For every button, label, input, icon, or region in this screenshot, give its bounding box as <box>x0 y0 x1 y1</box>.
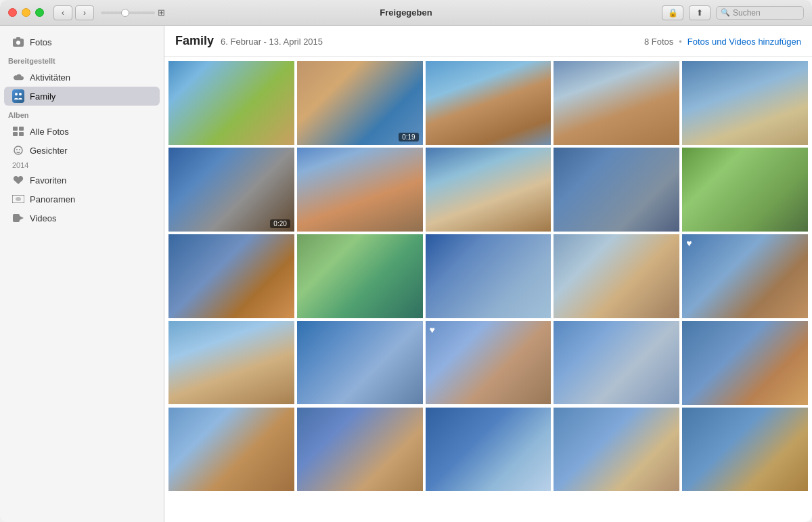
photo-cell-19[interactable] <box>554 321 679 405</box>
photo-cell-13[interactable] <box>426 234 551 318</box>
photo-image-10 <box>682 148 808 232</box>
svg-point-13 <box>16 197 21 201</box>
photo-image-18 <box>426 321 551 405</box>
panoramen-icon <box>12 193 24 205</box>
search-placeholder: Suchen <box>733 8 761 18</box>
photo-cell-2[interactable]: 0:19 <box>297 61 423 145</box>
title-bar: ‹ › ⊞ Freigegeben 🔒 ⬆ 🔍 Suchen <box>0 0 812 26</box>
photo-cell-18[interactable]: ♥ <box>426 321 551 405</box>
photo-cell-3[interactable] <box>426 61 551 145</box>
close-button[interactable] <box>8 8 17 17</box>
photo-image-3 <box>426 61 551 145</box>
search-icon: 🔍 <box>721 8 730 17</box>
photo-image-23 <box>426 408 551 492</box>
sidebar-label-alle-fotos: Alle Fotos <box>30 127 152 137</box>
sidebar-item-panoramen[interactable]: Panoramen <box>4 190 160 209</box>
album-title: Family <box>175 34 214 48</box>
search-bar[interactable]: 🔍 Suchen <box>716 6 804 20</box>
content-area: Family 6. Februar - 13. April 2015 8 Fot… <box>164 26 812 522</box>
svg-point-4 <box>19 93 22 95</box>
maximize-button[interactable] <box>35 8 44 17</box>
photo-cell-7[interactable] <box>297 148 423 232</box>
zoom-slider[interactable] <box>101 12 155 14</box>
share-icon-button[interactable]: 🔒 <box>662 5 683 20</box>
year-label: 2014 <box>12 161 28 169</box>
grid-icon: ⊞ <box>158 7 165 18</box>
photo-cell-1[interactable] <box>168 61 294 145</box>
photo-image-1 <box>168 61 294 145</box>
photo-count: 8 Fotos <box>644 37 673 47</box>
photo-cell-22[interactable] <box>297 408 423 492</box>
photo-image-21 <box>168 408 294 492</box>
forward-button[interactable]: › <box>75 5 94 20</box>
photo-cell-16[interactable] <box>168 321 294 405</box>
photo-image-14 <box>554 234 679 318</box>
photo-image-8 <box>426 148 551 232</box>
fotos-icon <box>12 36 24 48</box>
photo-cell-14[interactable] <box>554 234 679 318</box>
photo-image-22 <box>297 408 423 492</box>
svg-point-3 <box>15 93 18 95</box>
svg-rect-5 <box>13 127 18 131</box>
photo-image-13 <box>426 234 551 318</box>
photo-cell-6[interactable]: 0:20 <box>168 148 294 232</box>
sidebar-label-videos: Videos <box>30 213 152 223</box>
sidebar-item-family[interactable]: Family <box>4 87 160 106</box>
sidebar-item-gesichter[interactable]: Gesichter <box>4 141 160 160</box>
photo-image-9 <box>554 148 679 232</box>
back-button[interactable]: ‹ <box>53 5 72 20</box>
photo-cell-20[interactable] <box>682 321 808 405</box>
photo-cell-10[interactable] <box>682 148 808 232</box>
photo-image-25 <box>682 408 808 492</box>
svg-rect-14 <box>13 214 20 222</box>
favorite-icon: ♥ <box>430 324 435 335</box>
video-duration-badge: 0:20 <box>270 219 290 228</box>
photo-cell-8[interactable] <box>426 148 551 232</box>
sidebar-item-fotos[interactable]: Fotos <box>4 32 160 51</box>
content-header-right: 8 Fotos • Fotos und Videos hinzufügen <box>644 37 801 47</box>
svg-rect-6 <box>19 127 24 131</box>
photo-cell-12[interactable] <box>297 234 423 318</box>
sidebar-label-favoriten: Favoriten <box>30 175 152 186</box>
sidebar: Fotos Bereitgestellt Aktivitäten <box>0 26 164 522</box>
sidebar-label-fotos: Fotos <box>30 37 152 47</box>
album-date-range: 6. Februar - 13. April 2015 <box>221 37 323 47</box>
svg-rect-7 <box>13 132 18 136</box>
svg-point-10 <box>16 149 18 150</box>
section-label-bereitgestellt: Bereitgestellt <box>0 51 164 68</box>
family-icon <box>12 90 24 102</box>
photo-image-4 <box>554 61 679 145</box>
upload-button[interactable]: ⬆ <box>689 5 710 20</box>
photo-cell-5[interactable] <box>682 61 808 145</box>
photo-image-12 <box>297 234 423 318</box>
photo-cell-23[interactable] <box>426 408 551 492</box>
sidebar-item-videos[interactable]: Videos <box>4 209 160 227</box>
photo-image-11 <box>168 234 294 318</box>
sidebar-item-aktivitaeten[interactable]: Aktivitäten <box>4 68 160 87</box>
sidebar-label-gesichter: Gesichter <box>30 146 152 156</box>
photo-cell-11[interactable] <box>168 234 294 318</box>
cloud-icon <box>12 71 24 83</box>
nav-buttons: ‹ › <box>53 5 94 20</box>
photo-image-20 <box>682 321 808 405</box>
photo-cell-25[interactable] <box>682 408 808 492</box>
svg-point-11 <box>19 149 20 150</box>
photo-cell-21[interactable] <box>168 408 294 492</box>
main-layout: Fotos Bereitgestellt Aktivitäten <box>0 26 812 522</box>
videos-icon <box>12 212 24 224</box>
photo-cell-9[interactable] <box>554 148 679 232</box>
sidebar-label-aktivitaeten: Aktivitäten <box>30 72 152 83</box>
photo-cell-17[interactable] <box>297 321 423 405</box>
photo-cell-24[interactable] <box>554 408 679 492</box>
separator: • <box>679 37 682 47</box>
zoom-slider-area: ⊞ <box>101 7 165 18</box>
photo-cell-4[interactable] <box>554 61 679 145</box>
photo-image-7 <box>297 148 423 232</box>
photo-image-19 <box>554 321 679 405</box>
svg-marker-15 <box>20 216 24 220</box>
add-photos-link[interactable]: Fotos und Videos hinzufügen <box>687 37 801 47</box>
sidebar-item-alle-fotos[interactable]: Alle Fotos <box>4 122 160 141</box>
sidebar-item-favoriten[interactable]: Favoriten <box>4 171 160 190</box>
minimize-button[interactable] <box>22 8 30 17</box>
photo-cell-15[interactable]: ♥ <box>682 234 808 318</box>
